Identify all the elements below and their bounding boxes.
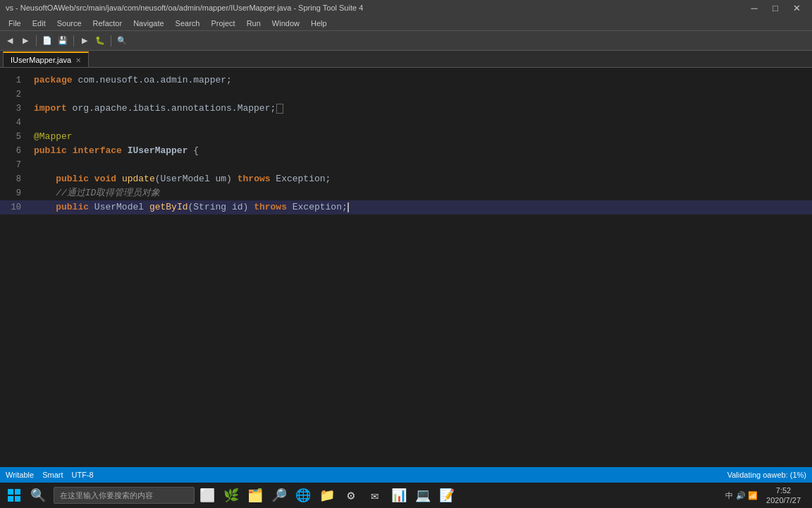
taskbar-app9[interactable]: 💻	[412, 484, 434, 507]
menu-search[interactable]: Search	[170, 17, 206, 30]
status-right: Validating oaweb: (1%)	[727, 471, 806, 479]
taskbar-clock: 7:52 2020/7/27	[761, 485, 806, 506]
status-bar: Writable Smart UTF-8 Validating oaweb: (…	[0, 467, 812, 483]
line-content-3: import org.apache.ibatis.annotations.Map…	[28, 102, 812, 116]
toolbar-sep-3	[111, 35, 111, 47]
status-writable: Writable	[6, 471, 34, 479]
clock-time: 7:52	[766, 485, 801, 495]
line-num-1: 1	[0, 73, 28, 87]
tab-close-icon[interactable]: ✕	[75, 56, 81, 64]
title-bar-text: vs - NeusoftOAWeb/src/main/java/com/neus…	[6, 4, 744, 12]
menu-navigate[interactable]: Navigate	[128, 17, 169, 30]
taskbar-start-icon[interactable]	[3, 484, 25, 507]
minimize-button[interactable]: ─	[744, 0, 764, 16]
code-line-8: 8 public void update(UserModel um) throw…	[0, 172, 812, 186]
taskbar-email[interactable]: ✉️	[364, 484, 386, 507]
svg-rect-1	[15, 489, 20, 495]
line-content-10: public UserModel getById(String id) thro…	[28, 200, 812, 214]
code-line-7: 7	[0, 158, 812, 172]
tab-label: IUserMapper.java	[11, 56, 71, 64]
toolbar: ◀ ▶ 📄 💾 ▶ 🐛 🔍	[0, 31, 812, 51]
taskbar-search-box[interactable]: 在这里输入你要搜索的内容	[54, 487, 195, 504]
line-num-8: 8	[0, 172, 28, 186]
menu-window[interactable]: Window	[266, 17, 305, 30]
line-num-9: 9	[0, 186, 28, 200]
toolbar-run[interactable]: ▶	[78, 34, 92, 48]
title-bar: vs - NeusoftOAWeb/src/main/java/com/neus…	[0, 0, 812, 16]
toolbar-forward[interactable]: ▶	[18, 34, 32, 48]
toolbar-new[interactable]: 📄	[40, 34, 54, 48]
title-bar-controls: ─ □ ✕	[744, 0, 806, 16]
line-content-4	[28, 116, 812, 130]
close-button[interactable]: ✕	[787, 0, 806, 16]
menu-run[interactable]: Run	[241, 17, 266, 30]
taskbar-files[interactable]: 📁	[316, 484, 338, 507]
editor-wrapper: 1 package com.neusoft.oa.admin.mapper; 2…	[0, 68, 812, 508]
menu-refactor[interactable]: Refactor	[87, 17, 128, 30]
line-num-3: 3	[0, 102, 28, 116]
menu-source[interactable]: Source	[51, 17, 87, 30]
toolbar-debug[interactable]: 🐛	[93, 34, 107, 48]
line-num-2: 2	[0, 87, 28, 102]
menu-bar: File Edit Source Refactor Navigate Searc…	[0, 16, 812, 31]
toolbar-save[interactable]: 💾	[56, 34, 70, 48]
menu-help[interactable]: Help	[305, 17, 333, 30]
taskbar: 🔍 在这里输入你要搜索的内容 ⬜ 🌿 🗂️ 🔎 🌐 📁 ⚙️ ✉️ 📊 💻 📝 …	[0, 483, 812, 508]
code-line-3: 3 import org.apache.ibatis.annotations.M…	[0, 102, 812, 116]
line-num-6: 6	[0, 144, 28, 158]
line-content-9: //通过ID取得管理员对象	[28, 186, 812, 200]
taskbar-app10[interactable]: 📝	[436, 484, 458, 507]
line-num-7: 7	[0, 158, 28, 172]
svg-rect-0	[8, 489, 13, 495]
editor-area[interactable]: 1 package com.neusoft.oa.admin.mapper; 2…	[0, 68, 812, 508]
tray-icons: 🔊 📶	[736, 491, 758, 500]
status-left: Writable Smart UTF-8	[6, 471, 94, 479]
taskbar-app3[interactable]: 🔎	[268, 484, 290, 507]
taskbar-tray: 中 🔊 📶 7:52 2020/7/27	[725, 485, 809, 506]
taskbar-task-view[interactable]: ⬜	[196, 484, 219, 507]
code-line-5: 5 @Mapper	[0, 130, 812, 144]
maximize-button[interactable]: □	[765, 0, 785, 16]
tab-iusermapper[interactable]: IUserMapper.java ✕	[3, 52, 89, 67]
line-content-1: package com.neusoft.oa.admin.mapper;	[28, 73, 812, 87]
line-content-7	[28, 158, 812, 172]
code-line-1: 1 package com.neusoft.oa.admin.mapper;	[0, 73, 812, 87]
line-content-8: public void update(UserModel um) throws …	[28, 172, 812, 186]
toolbar-sep-1	[36, 35, 37, 47]
tab-bar: IUserMapper.java ✕	[0, 51, 812, 68]
toolbar-back[interactable]: ◀	[3, 34, 17, 48]
code-line-10: 10 public UserModel getById(String id) t…	[0, 200, 812, 214]
line-num-10: 10	[0, 200, 28, 214]
app-window: vs - NeusoftOAWeb/src/main/java/com/neus…	[0, 0, 812, 508]
line-content-2	[28, 87, 812, 102]
code-line-9: 9 //通过ID取得管理员对象	[0, 186, 812, 200]
status-smart: Smart	[42, 471, 63, 479]
menu-project[interactable]: Project	[205, 17, 240, 30]
taskbar-app2[interactable]: 🗂️	[244, 484, 266, 507]
code-line-4: 4	[0, 116, 812, 130]
taskbar-settings[interactable]: ⚙️	[340, 484, 362, 507]
windows-icon	[7, 488, 21, 502]
menu-file[interactable]: File	[3, 17, 27, 30]
line-num-4: 4	[0, 116, 28, 130]
code-line-6: 6 public interface IUserMapper {	[0, 144, 812, 158]
line-content-6: public interface IUserMapper {	[28, 144, 812, 158]
line-content-5: @Mapper	[28, 130, 812, 144]
taskbar-spring[interactable]: 🌿	[220, 484, 242, 507]
code-line-2: 2	[0, 87, 812, 102]
taskbar-app8[interactable]: 📊	[388, 484, 410, 507]
clock-date: 2020/7/27	[766, 495, 801, 505]
svg-rect-2	[8, 496, 13, 502]
taskbar-chrome[interactable]: 🌐	[292, 484, 314, 507]
status-encoding: UTF-8	[72, 471, 94, 479]
line-num-5: 5	[0, 130, 28, 144]
status-validating: Validating oaweb: (1%)	[727, 471, 806, 479]
tray-ime: 中	[725, 490, 733, 501]
taskbar-search-text: 在这里输入你要搜索的内容	[60, 490, 153, 501]
svg-rect-3	[15, 496, 20, 502]
toolbar-sep-2	[73, 35, 74, 47]
taskbar-search-icon[interactable]: 🔍	[27, 484, 49, 507]
toolbar-search[interactable]: 🔍	[115, 34, 129, 48]
menu-edit[interactable]: Edit	[27, 17, 51, 30]
